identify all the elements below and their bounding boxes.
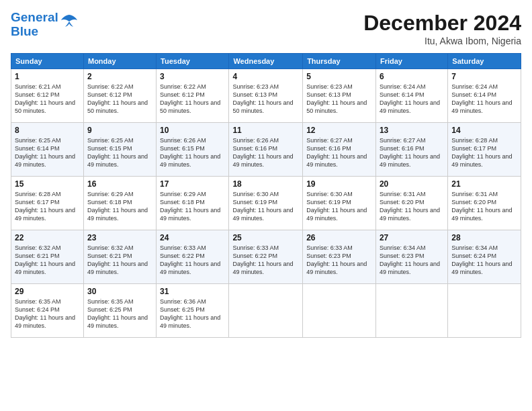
calendar-cell: 1Sunrise: 6:21 AMSunset: 6:12 PMDaylight…	[11, 69, 84, 123]
day-number: 17	[160, 179, 225, 189]
day-header-wednesday: Wednesday	[229, 54, 303, 69]
day-number: 8	[15, 126, 80, 135]
day-number: 15	[15, 179, 80, 189]
day-info: Sunrise: 6:26 AMSunset: 6:15 PMDaylight:…	[160, 136, 225, 169]
day-info: Sunrise: 6:25 AMSunset: 6:14 PMDaylight:…	[15, 136, 80, 169]
day-info: Sunrise: 6:36 AMSunset: 6:25 PMDaylight:…	[160, 298, 225, 330]
day-info: Sunrise: 6:35 AMSunset: 6:24 PMDaylight:…	[15, 298, 80, 330]
calendar-cell: 17Sunrise: 6:29 AMSunset: 6:18 PMDayligh…	[157, 177, 229, 230]
calendar-cell: 23Sunrise: 6:32 AMSunset: 6:21 PMDayligh…	[83, 230, 156, 284]
day-number: 18	[232, 179, 299, 189]
calendar-cell: 3Sunrise: 6:22 AMSunset: 6:12 PMDaylight…	[157, 69, 229, 123]
day-number: 5	[306, 72, 372, 81]
day-info: Sunrise: 6:27 AMSunset: 6:16 PMDaylight:…	[306, 136, 372, 169]
day-info: Sunrise: 6:28 AMSunset: 6:17 PMDaylight:…	[15, 190, 80, 223]
day-info: Sunrise: 6:35 AMSunset: 6:25 PMDaylight:…	[87, 298, 152, 330]
day-number: 2	[87, 72, 152, 81]
calendar-week-4: 22Sunrise: 6:32 AMSunset: 6:21 PMDayligh…	[11, 230, 521, 284]
calendar-header-row: SundayMondayTuesdayWednesdayThursdayFrid…	[11, 54, 521, 69]
day-info: Sunrise: 6:33 AMSunset: 6:22 PMDaylight:…	[160, 244, 225, 277]
day-number: 31	[160, 287, 225, 296]
calendar-cell	[303, 284, 376, 338]
day-info: Sunrise: 6:33 AMSunset: 6:23 PMDaylight:…	[306, 244, 372, 277]
calendar-cell	[375, 284, 447, 338]
day-header-tuesday: Tuesday	[157, 54, 229, 69]
logo-bird-icon	[60, 13, 79, 31]
day-number: 30	[87, 287, 152, 296]
day-info: Sunrise: 6:34 AMSunset: 6:24 PMDaylight:…	[451, 244, 517, 277]
day-info: Sunrise: 6:30 AMSunset: 6:19 PMDaylight:…	[232, 190, 299, 223]
calendar-cell: 9Sunrise: 6:25 AMSunset: 6:15 PMDaylight…	[83, 123, 156, 177]
calendar-cell: 14Sunrise: 6:28 AMSunset: 6:17 PMDayligh…	[448, 123, 521, 177]
day-number: 4	[232, 72, 299, 81]
day-number: 22	[15, 233, 80, 242]
day-info: Sunrise: 6:22 AMSunset: 6:12 PMDaylight:…	[160, 83, 225, 116]
day-info: Sunrise: 6:27 AMSunset: 6:16 PMDaylight:…	[380, 136, 444, 169]
calendar-week-3: 15Sunrise: 6:28 AMSunset: 6:17 PMDayligh…	[11, 177, 521, 230]
day-number: 7	[451, 72, 517, 81]
day-number: 13	[380, 126, 444, 135]
calendar-table: SundayMondayTuesdayWednesdayThursdayFrid…	[11, 53, 521, 338]
day-info: Sunrise: 6:34 AMSunset: 6:23 PMDaylight:…	[380, 244, 444, 277]
day-info: Sunrise: 6:21 AMSunset: 6:12 PMDaylight:…	[15, 83, 80, 116]
calendar-week-2: 8Sunrise: 6:25 AMSunset: 6:14 PMDaylight…	[11, 123, 521, 177]
day-number: 11	[232, 126, 299, 135]
day-info: Sunrise: 6:22 AMSunset: 6:12 PMDaylight:…	[87, 83, 152, 116]
day-number: 24	[160, 233, 225, 242]
day-header-friday: Friday	[375, 54, 447, 69]
day-info: Sunrise: 6:23 AMSunset: 6:13 PMDaylight:…	[232, 83, 299, 116]
calendar-week-5: 29Sunrise: 6:35 AMSunset: 6:24 PMDayligh…	[11, 284, 521, 338]
day-info: Sunrise: 6:29 AMSunset: 6:18 PMDaylight:…	[87, 190, 152, 223]
day-info: Sunrise: 6:30 AMSunset: 6:19 PMDaylight:…	[306, 190, 372, 223]
calendar-cell: 13Sunrise: 6:27 AMSunset: 6:16 PMDayligh…	[375, 123, 447, 177]
calendar-cell: 21Sunrise: 6:31 AMSunset: 6:20 PMDayligh…	[448, 177, 521, 230]
day-number: 25	[232, 233, 299, 242]
day-header-thursday: Thursday	[303, 54, 376, 69]
calendar-cell: 27Sunrise: 6:34 AMSunset: 6:23 PMDayligh…	[375, 230, 447, 284]
calendar-cell: 2Sunrise: 6:22 AMSunset: 6:12 PMDaylight…	[83, 69, 156, 123]
day-number: 23	[87, 233, 152, 242]
calendar-cell	[229, 284, 303, 338]
day-info: Sunrise: 6:26 AMSunset: 6:16 PMDaylight:…	[232, 136, 299, 169]
calendar-cell: 22Sunrise: 6:32 AMSunset: 6:21 PMDayligh…	[11, 230, 84, 284]
calendar-cell: 7Sunrise: 6:24 AMSunset: 6:14 PMDaylight…	[448, 69, 521, 123]
page: General Blue December 2024 Itu, Akwa Ibo…	[0, 0, 532, 411]
day-number: 16	[87, 179, 152, 189]
logo: General Blue	[11, 11, 79, 39]
day-info: Sunrise: 6:32 AMSunset: 6:21 PMDaylight:…	[15, 244, 80, 277]
day-header-sunday: Sunday	[11, 54, 84, 69]
location: Itu, Akwa Ibom, Nigeria	[363, 36, 521, 46]
calendar-cell: 16Sunrise: 6:29 AMSunset: 6:18 PMDayligh…	[83, 177, 156, 230]
calendar-week-1: 1Sunrise: 6:21 AMSunset: 6:12 PMDaylight…	[11, 69, 521, 123]
calendar-cell: 20Sunrise: 6:31 AMSunset: 6:20 PMDayligh…	[375, 177, 447, 230]
month-title: December 2024	[363, 11, 521, 36]
calendar-cell: 30Sunrise: 6:35 AMSunset: 6:25 PMDayligh…	[83, 284, 156, 338]
calendar-cell: 5Sunrise: 6:23 AMSunset: 6:13 PMDaylight…	[303, 69, 376, 123]
title-block: December 2024 Itu, Akwa Ibom, Nigeria	[363, 11, 521, 46]
day-number: 3	[160, 72, 225, 81]
day-info: Sunrise: 6:24 AMSunset: 6:14 PMDaylight:…	[380, 83, 444, 116]
day-info: Sunrise: 6:31 AMSunset: 6:20 PMDaylight:…	[380, 190, 444, 223]
day-info: Sunrise: 6:31 AMSunset: 6:20 PMDaylight:…	[451, 190, 517, 223]
calendar-cell: 11Sunrise: 6:26 AMSunset: 6:16 PMDayligh…	[229, 123, 303, 177]
calendar-cell: 8Sunrise: 6:25 AMSunset: 6:14 PMDaylight…	[11, 123, 84, 177]
day-number: 26	[306, 233, 372, 242]
day-number: 20	[380, 179, 444, 189]
day-number: 9	[87, 126, 152, 135]
day-number: 6	[380, 72, 444, 81]
calendar-cell: 19Sunrise: 6:30 AMSunset: 6:19 PMDayligh…	[303, 177, 376, 230]
calendar-cell: 15Sunrise: 6:28 AMSunset: 6:17 PMDayligh…	[11, 177, 84, 230]
calendar-cell: 6Sunrise: 6:24 AMSunset: 6:14 PMDaylight…	[375, 69, 447, 123]
calendar-cell: 4Sunrise: 6:23 AMSunset: 6:13 PMDaylight…	[229, 69, 303, 123]
calendar-cell: 31Sunrise: 6:36 AMSunset: 6:25 PMDayligh…	[157, 284, 229, 338]
day-number: 1	[15, 72, 80, 81]
day-number: 19	[306, 179, 372, 189]
day-number: 10	[160, 126, 225, 135]
calendar-cell: 18Sunrise: 6:30 AMSunset: 6:19 PMDayligh…	[229, 177, 303, 230]
logo-general: General	[11, 11, 58, 25]
day-info: Sunrise: 6:28 AMSunset: 6:17 PMDaylight:…	[451, 136, 517, 169]
calendar-cell: 10Sunrise: 6:26 AMSunset: 6:15 PMDayligh…	[157, 123, 229, 177]
day-header-monday: Monday	[83, 54, 156, 69]
calendar-cell: 12Sunrise: 6:27 AMSunset: 6:16 PMDayligh…	[303, 123, 376, 177]
day-info: Sunrise: 6:24 AMSunset: 6:14 PMDaylight:…	[451, 83, 517, 116]
